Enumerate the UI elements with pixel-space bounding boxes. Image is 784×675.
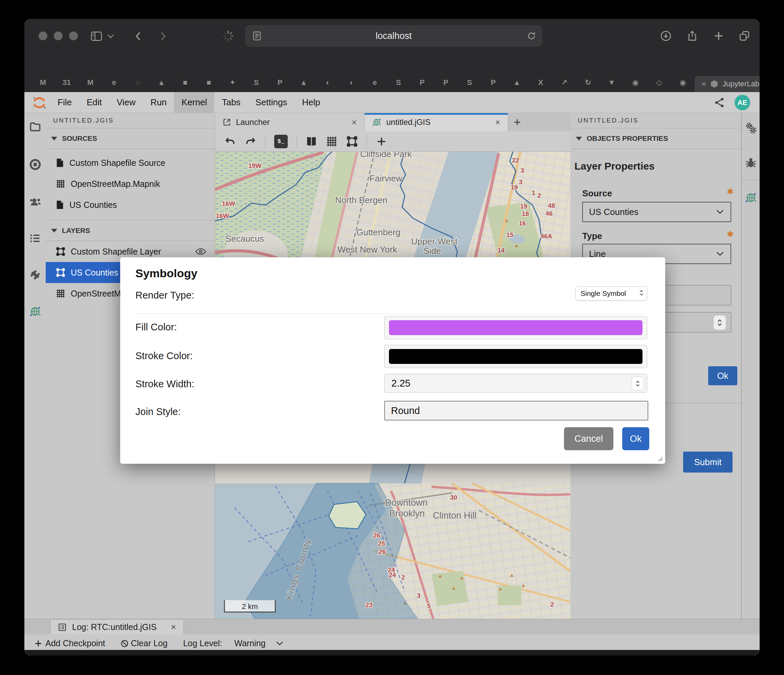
undo-icon[interactable] (224, 136, 236, 147)
pinned-tab-favicon[interactable]: ◇ (647, 75, 671, 90)
pinned-tab-favicon[interactable]: ◉ (624, 75, 647, 90)
stepper-arrows[interactable] (713, 315, 726, 330)
pinned-tab-favicon[interactable]: M (79, 75, 102, 90)
new-tab-icon[interactable] (713, 30, 725, 42)
pinned-tab-favicon[interactable]: P (434, 75, 458, 90)
sidebar-toggle-icon[interactable] (91, 31, 102, 41)
pinned-tab-favicon[interactable]: P (481, 75, 505, 90)
pinned-tab-favicon[interactable]: ▲ (292, 75, 316, 90)
menu-item-help[interactable]: Help (294, 92, 327, 113)
clear-log-button[interactable]: Clear Log (131, 638, 168, 648)
menu-item-edit[interactable]: Edit (79, 92, 109, 113)
log-console-tab[interactable]: Log: RTC:untitled.jGIS × (50, 619, 184, 635)
address-bar[interactable]: localhost (245, 25, 542, 47)
pinned-tab-favicon[interactable]: ◖ (316, 75, 339, 90)
sidebar-chevron-icon[interactable] (107, 34, 114, 39)
submit-button[interactable]: Submit (683, 452, 733, 473)
pinned-tab-favicon[interactable]: X (529, 75, 552, 90)
window-close-button[interactable] (39, 31, 47, 40)
user-avatar[interactable]: AE (734, 95, 750, 110)
menu-item-settings[interactable]: Settings (248, 92, 294, 113)
render-type-select[interactable]: Single Symbol (576, 286, 647, 300)
pinned-tab-favicon[interactable]: P (268, 75, 292, 90)
add-checkpoint-button[interactable]: Add Checkpoint (45, 638, 105, 648)
pinned-tab-favicon[interactable]: S (458, 75, 481, 90)
cancel-button[interactable]: Cancel (564, 427, 613, 450)
pinned-tab-favicon[interactable]: e (102, 75, 126, 90)
running-kernels-icon[interactable] (29, 159, 41, 171)
tab-close-icon[interactable]: × (352, 117, 357, 128)
sources-section-header[interactable]: SOURCES (46, 128, 215, 149)
source-select[interactable]: US Counties (582, 202, 731, 222)
stepper-arrows[interactable] (632, 376, 644, 390)
property-inspector-icon[interactable] (745, 122, 757, 134)
pinned-tab-favicon[interactable]: M (31, 75, 55, 90)
tab-launcher[interactable]: Launcher × (215, 113, 365, 131)
basemap-icon[interactable] (306, 136, 317, 147)
resize-handle[interactable] (656, 454, 663, 462)
stroke-width-input[interactable]: 2.25 (384, 374, 647, 393)
tab-close-icon[interactable]: × (495, 117, 500, 128)
pinned-tab-favicon[interactable]: ↻ (576, 75, 600, 90)
pinned-tab-favicon[interactable]: ▼ (600, 75, 624, 90)
back-icon[interactable] (135, 31, 142, 42)
pinned-tab-favicon[interactable]: 31 (55, 75, 79, 90)
log-level-select[interactable]: Warning (234, 638, 265, 648)
vector-layer-icon[interactable] (346, 136, 358, 147)
join-style-select[interactable]: Round (384, 401, 648, 420)
pinned-tab-favicon[interactable]: ▲ (149, 75, 173, 90)
pinned-tab-favicon[interactable]: e (363, 75, 387, 90)
forward-icon[interactable] (160, 31, 166, 42)
objects-properties-header[interactable]: OBJECTS PROPERTIES (570, 128, 741, 149)
add-tab-button[interactable] (508, 113, 526, 131)
pinned-tab-favicon[interactable]: ◌ (126, 75, 149, 90)
stroke-color-input[interactable] (384, 345, 647, 368)
share-icon[interactable] (686, 30, 698, 42)
pinned-tab-favicon[interactable]: S (387, 75, 410, 90)
layers-section-header[interactable]: LAYERS (46, 220, 215, 241)
add-layer-icon[interactable] (376, 136, 387, 147)
tab-close-icon[interactable]: × (702, 79, 706, 89)
source-item[interactable]: US Counties (46, 194, 215, 215)
tab-overview-icon[interactable] (739, 30, 750, 42)
menu-item-file[interactable]: File (50, 92, 79, 113)
pinned-tab-favicon[interactable]: S (244, 75, 268, 90)
downloads-icon[interactable] (660, 30, 672, 42)
reader-icon[interactable] (252, 31, 262, 41)
collaboration-icon[interactable] (29, 196, 41, 208)
file-browser-icon[interactable] (29, 121, 41, 133)
browser-tab-jupyterlab[interactable]: × JupyterLab (695, 76, 760, 92)
console-icon[interactable]: $_ (274, 135, 288, 148)
close-icon[interactable]: × (171, 622, 176, 632)
ok-button[interactable]: Ok (622, 427, 649, 450)
menu-item-run[interactable]: Run (143, 92, 174, 113)
extensions-icon[interactable] (29, 269, 41, 281)
menu-item-kernel[interactable]: Kernel (174, 92, 214, 113)
refresh-icon[interactable] (527, 31, 536, 40)
jupytergis-panel-icon[interactable] (745, 191, 757, 204)
window-zoom-button[interactable] (69, 31, 78, 40)
source-item[interactable]: Custom Shapefile Source (46, 152, 215, 173)
tab-untitled-jgis[interactable]: untitled.jGIS × (365, 113, 508, 131)
table-of-contents-icon[interactable] (29, 232, 41, 244)
pinned-tab-favicon[interactable]: ◖ (339, 75, 363, 90)
window-minimize-button[interactable] (54, 31, 63, 40)
menu-item-tabs[interactable]: Tabs (214, 92, 248, 113)
visibility-eye-icon[interactable] (195, 247, 207, 255)
debugger-icon[interactable] (745, 156, 757, 169)
raster-layer-icon[interactable] (326, 136, 338, 147)
pinned-tab-favicon[interactable]: ✦ (221, 75, 244, 90)
chevron-down-icon[interactable] (275, 641, 284, 646)
pinned-tab-favicon[interactable]: ◉ (671, 75, 695, 90)
pinned-tab-favicon[interactable]: ■ (173, 75, 197, 90)
panel-ok-button[interactable]: Ok (708, 366, 737, 385)
redo-icon[interactable] (245, 136, 256, 147)
share-document-icon[interactable] (714, 97, 725, 108)
pinned-tab-favicon[interactable]: ■ (197, 75, 221, 90)
jupytergis-icon[interactable] (29, 305, 41, 317)
pinned-tab-favicon[interactable]: P (410, 75, 434, 90)
fill-color-input[interactable] (384, 316, 647, 339)
menu-item-view[interactable]: View (109, 92, 143, 113)
pinned-tab-favicon[interactable]: ↗ (552, 75, 576, 90)
source-item[interactable]: OpenStreetMap.Mapnik (46, 173, 215, 194)
